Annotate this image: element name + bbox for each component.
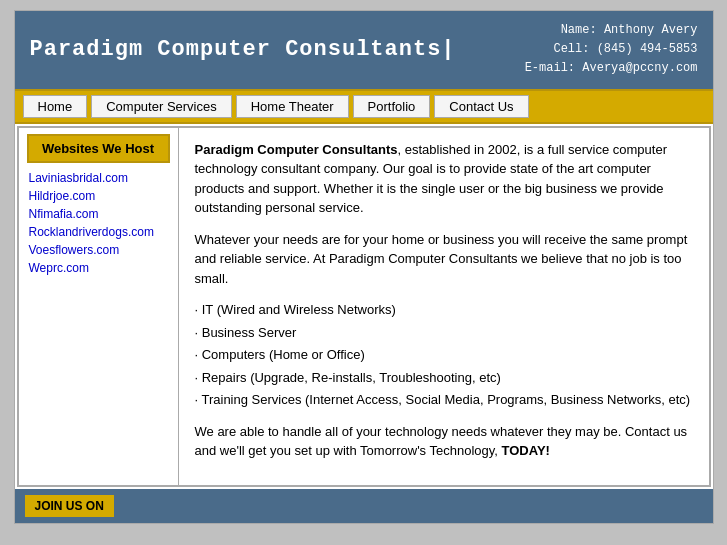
sidebar-links: Laviniasbridal.comHildrjoe.comNfimafia.c… (19, 171, 178, 275)
bullet-list: · IT (Wired and Wireless Networks)· Busi… (195, 300, 693, 410)
sidebar-link[interactable]: Rocklandriverdogs.com (29, 225, 168, 239)
nav-item-computer-services[interactable]: Computer Services (91, 95, 232, 118)
sidebar-link[interactable]: Weprc.com (29, 261, 168, 275)
sidebar: Websites We Host Laviniasbridal.comHildr… (19, 128, 179, 485)
contact-info: Name: Anthony Avery Cell: (845) 494-5853… (525, 21, 698, 79)
sidebar-link[interactable]: Nfimafia.com (29, 207, 168, 221)
nav-bar: HomeComputer ServicesHome TheaterPortfol… (15, 89, 713, 124)
company-name-bold: Paradigm Computer Consultants (195, 142, 398, 157)
content-para3: We are able to handle all of your techno… (195, 422, 693, 461)
content-para2: Whatever your needs are for your home or… (195, 230, 693, 289)
sidebar-link[interactable]: Voesflowers.com (29, 243, 168, 257)
content-para1: Paradigm Computer Consultants, establish… (195, 140, 693, 218)
bullet-item: · Repairs (Upgrade, Re-installs, Trouble… (195, 368, 693, 388)
sidebar-link[interactable]: Laviniasbridal.com (29, 171, 168, 185)
contact-name-label: Name: (561, 23, 597, 37)
nav-item-home[interactable]: Home (23, 95, 88, 118)
bullet-item: · Business Server (195, 323, 693, 343)
content-area: Paradigm Computer Consultants, establish… (179, 128, 709, 485)
header: Paradigm Computer Consultants| Name: Ant… (15, 11, 713, 89)
sidebar-link[interactable]: Hildrjoe.com (29, 189, 168, 203)
join-button[interactable]: JOIN US ON (25, 495, 114, 517)
nav-item-contact-us[interactable]: Contact Us (434, 95, 528, 118)
para3-normal: We are able to handle all of your techno… (195, 424, 688, 459)
para3-bold: TODAY! (502, 443, 550, 458)
main-content: Websites We Host Laviniasbridal.comHildr… (17, 126, 711, 487)
contact-email-value: Averya@pccny.com (582, 61, 697, 75)
bullet-item: · Computers (Home or Office) (195, 345, 693, 365)
nav-item-portfolio[interactable]: Portfolio (353, 95, 431, 118)
page-wrapper: Paradigm Computer Consultants| Name: Ant… (14, 10, 714, 524)
sidebar-header: Websites We Host (27, 134, 170, 163)
nav-item-home-theater[interactable]: Home Theater (236, 95, 349, 118)
footer-bar: JOIN US ON (15, 489, 713, 523)
contact-cell-value: (845) 494-5853 (597, 42, 698, 56)
bullet-item: · Training Services (Internet Access, So… (195, 390, 693, 410)
contact-cell-label: Cell: (553, 42, 589, 56)
contact-email-label: E-mail: (525, 61, 575, 75)
contact-name-value: Anthony Avery (604, 23, 698, 37)
bullet-item: · IT (Wired and Wireless Networks) (195, 300, 693, 320)
site-title: Paradigm Computer Consultants| (30, 37, 456, 62)
